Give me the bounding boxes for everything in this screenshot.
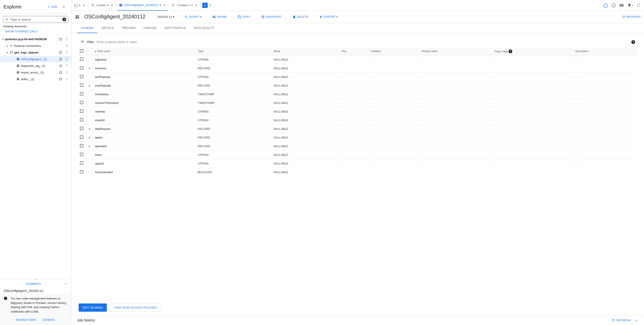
close-icon[interactable]	[194, 4, 198, 7]
chevron-right-icon[interactable]: ▸	[89, 136, 90, 139]
search-input[interactable]	[10, 18, 60, 21]
chevron-down-icon[interactable]: ▾	[107, 4, 108, 7]
schema-row[interactable]: ▸ httpRequest RECORD NULLABLE -----	[78, 124, 637, 133]
checkbox[interactable]	[80, 110, 83, 113]
tree-dataset-row[interactable]: ▾ gke_logs_dataset	[0, 49, 71, 56]
chevron-down-icon[interactable]: ▾	[5, 51, 9, 54]
more-vert-icon[interactable]	[64, 77, 70, 81]
schema-row[interactable]: severity STRING NULLABLE -----	[78, 107, 637, 116]
dismiss-button[interactable]: DISMISS	[43, 318, 55, 322]
schema-row[interactable]: ▸ resource RECORD NULLABLE -----	[78, 64, 637, 72]
search-box[interactable]: ?	[3, 16, 68, 23]
column-header[interactable]: ▴▾Field name	[94, 48, 196, 55]
tree-external-row[interactable]: ▸ External connections	[0, 42, 71, 49]
close-icon[interactable]	[82, 4, 86, 7]
job-history-bar[interactable]: Job history REFRESH	[72, 315, 644, 325]
schema-row[interactable]: ▸ jsonPayload RECORD NULLABLE -----	[78, 81, 637, 90]
chevron-right-icon[interactable]: ▸	[89, 127, 90, 130]
add-tab-button[interactable]	[202, 3, 208, 8]
subtab-details[interactable]: DETAILS	[98, 23, 118, 33]
chevron-down-icon[interactable]: ▾	[79, 4, 80, 7]
show-starred-button[interactable]: SHOW STARRED ONLY	[0, 29, 71, 36]
checkbox[interactable]	[80, 144, 83, 148]
column-header[interactable]: Type	[196, 48, 272, 55]
chevron-down-icon[interactable]: ▾	[1, 38, 5, 41]
tab-item[interactable]: *Untitled 2▾	[170, 0, 200, 11]
schema-row[interactable]: insertId STRING NULLABLE -----	[78, 116, 637, 124]
keyboard-icon[interactable]	[619, 3, 624, 8]
hide-panel-button[interactable]	[61, 4, 68, 10]
chevron-right-icon[interactable]: ▸	[89, 144, 90, 148]
home-icon[interactable]	[603, 3, 608, 8]
add-button[interactable]: ADD	[45, 4, 59, 10]
schema-row[interactable]: traceSampled BOOLEAN NULLABLE -----	[78, 168, 637, 176]
refresh-button[interactable]: REFRESH	[622, 15, 640, 19]
column-header[interactable]: Mode	[272, 48, 341, 55]
tree-project-row[interactable]: ▾ qwiklabs-gcp-04-4e67442862f8	[0, 36, 71, 42]
help-icon[interactable]: ?	[631, 40, 635, 44]
tree-table-row[interactable]: diagnostic_log_ (1)	[0, 62, 71, 69]
copy-button[interactable]: COPY	[238, 15, 250, 19]
checkbox[interactable]	[80, 162, 83, 165]
delete-button[interactable]: DELETE	[292, 15, 308, 19]
schema-row[interactable]: logName STRING NULLABLE -----	[78, 55, 637, 64]
schema-row[interactable]: timestamp TIMESTAMP NULLABLE -----	[78, 90, 637, 98]
star-icon[interactable]	[58, 64, 63, 68]
checkbox[interactable]	[80, 58, 83, 61]
checkbox[interactable]	[80, 92, 83, 96]
more-vert-icon[interactable]	[64, 37, 70, 41]
column-header[interactable]: Collation	[369, 48, 420, 55]
chevron-right-icon[interactable]: ▸	[5, 44, 9, 48]
star-icon[interactable]	[58, 57, 63, 61]
schema-row[interactable]: ▸ labels RECORD NULLABLE -----	[78, 133, 637, 142]
checkbox[interactable]	[80, 136, 83, 139]
star-icon[interactable]	[58, 37, 63, 41]
checkbox[interactable]	[80, 84, 83, 87]
info-outline-icon[interactable]	[611, 3, 616, 8]
help-icon[interactable]: ?	[508, 50, 512, 53]
schema-row[interactable]: trace STRING NULLABLE -----	[78, 150, 637, 159]
chevron-down-icon[interactable]: ▾	[191, 4, 193, 7]
view-row-policies-button[interactable]: VIEW ROW ACCESS POLICIES	[110, 304, 161, 312]
column-header[interactable]: Default Value	[420, 48, 493, 55]
tree-table-row[interactable]: export_errors_ (1)	[0, 69, 71, 76]
fullscreen-icon[interactable]	[636, 3, 641, 8]
subtab-data-profile[interactable]: DATA PROFILE	[160, 23, 190, 33]
star-icon[interactable]	[58, 70, 63, 74]
job-history-refresh[interactable]: REFRESH	[612, 318, 631, 322]
tree-table-row[interactable]: stderr_ (1)	[0, 76, 71, 82]
column-header[interactable]: Policy Tags ?	[493, 48, 574, 55]
tab-item[interactable]: OSConfigAgent_20240112▾	[117, 0, 168, 11]
summary-toggle[interactable]: SUMMARY	[0, 279, 71, 288]
query-button[interactable]: QUERY ▾	[184, 15, 202, 19]
checkbox[interactable]	[80, 101, 83, 104]
lightbulb-icon[interactable]: ▾	[627, 3, 633, 7]
chevron-down-icon[interactable]: ▾	[160, 3, 161, 7]
checkbox-all[interactable]	[80, 49, 83, 52]
close-icon[interactable]	[110, 4, 114, 7]
partition-selector[interactable]: 2024-01-12 ▾	[158, 15, 175, 18]
edit-schema-button[interactable]: EDIT SCHEMA	[78, 304, 107, 312]
subtab-preview[interactable]: PREVIEW	[118, 23, 140, 33]
checkbox[interactable]	[80, 127, 83, 130]
checkbox[interactable]	[80, 66, 83, 70]
star-icon[interactable]	[58, 50, 63, 54]
subtab-schema[interactable]: SCHEMA	[77, 23, 98, 33]
more-vert-icon[interactable]	[64, 57, 70, 61]
chevron-up-icon[interactable]	[634, 318, 639, 322]
schema-row[interactable]: textPayload STRING NULLABLE -----	[78, 72, 637, 81]
tab-overflow-dropdown[interactable]: ▾	[210, 4, 211, 7]
tab-item[interactable]: Untitled▾	[89, 0, 115, 11]
snapshot-button[interactable]: SNAPSHOT	[261, 15, 282, 19]
chevron-right-icon[interactable]: ▸	[89, 66, 90, 70]
tab-item[interactable]: ▾	[72, 0, 87, 11]
checkbox[interactable]	[80, 153, 83, 156]
checkbox[interactable]	[80, 75, 83, 78]
filter-icon[interactable]	[80, 40, 84, 44]
column-header[interactable]: Description	[574, 48, 637, 55]
tree-table-row[interactable]: OSConfigAgent_ (1)	[0, 56, 71, 62]
enable-now-button[interactable]: ENABLE NOW	[16, 318, 36, 322]
more-vert-icon[interactable]	[64, 44, 70, 48]
checkbox[interactable]	[80, 118, 83, 122]
subtab-data-quality[interactable]: DATA QUALITY	[190, 23, 219, 33]
